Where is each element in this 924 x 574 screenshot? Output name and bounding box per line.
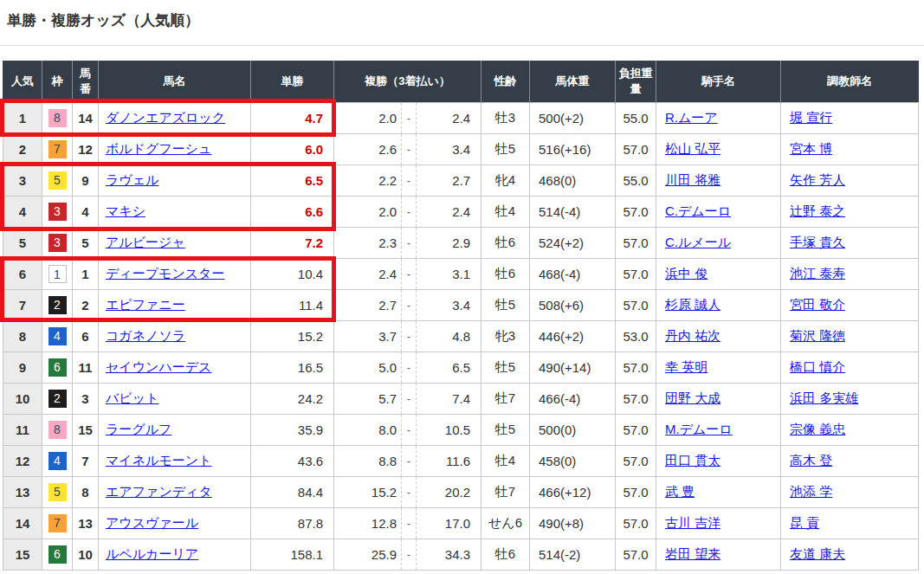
sex-age: 牡6 (481, 539, 530, 571)
place-odds-range: 3.7 - 4.8 (334, 321, 481, 351)
load-weight: 57.0 (616, 415, 656, 446)
horse-name-link[interactable]: エピファニー (106, 297, 185, 312)
popularity-rank: 1 (3, 103, 42, 134)
jockey-link[interactable]: 古川 吉洋 (665, 515, 720, 530)
popularity-rank: 11 (3, 415, 42, 446)
jockey-cell: C.ルメール (656, 228, 781, 259)
jockey-link[interactable]: M.デムーロ (665, 422, 733, 436)
popularity-rank: 2 (3, 134, 42, 165)
table-row: 9 6 11 セイウンハーデス 16.5 5.0 - 6.5 牡5 490(+1… (3, 352, 919, 384)
table-row: 15 6 10 ルペルカーリア 158.1 25.9 - 34.3 牡6 514… (3, 539, 919, 571)
trainer-link[interactable]: 友道 康夫 (790, 546, 845, 561)
place-odds-range: 2.3 - 2.9 (334, 228, 481, 258)
horse-name-link[interactable]: ラヴェル (106, 172, 158, 187)
jockey-link[interactable]: 松山 弘平 (665, 141, 720, 156)
horse-name-link[interactable]: コガネノソラ (106, 328, 185, 343)
place-odds-max: 2.9 (417, 228, 481, 258)
trainer-link[interactable]: 宮本 博 (790, 141, 832, 156)
horse-weight: 466(-4) (530, 384, 616, 415)
horse-name-link[interactable]: ダノンエアズロック (106, 110, 225, 125)
horse-name-link[interactable]: セイウンハーデス (106, 359, 211, 374)
trainer-link[interactable]: 橋口 慎介 (790, 359, 845, 374)
jockey-link[interactable]: 田口 貫太 (665, 453, 720, 468)
trainer-link[interactable]: 昆 貢 (790, 515, 819, 530)
table-row: 4 3 4 マキシ 6.6 2.0 - 2.4 牡4 514(-4) 57.0 … (3, 197, 919, 228)
horse-weight: 458(0) (530, 446, 616, 477)
trainer-link[interactable]: 浜田 多実雄 (790, 390, 858, 405)
trainer-cell: 橋口 慎介 (781, 352, 919, 384)
place-odds-cell: 2.0 - 2.4 (334, 197, 481, 228)
horse-number: 5 (73, 228, 99, 259)
jockey-link[interactable]: 川田 将雅 (665, 172, 720, 187)
horse-name-link[interactable]: エアファンディタ (106, 484, 212, 499)
win-odds-value: 43.6 (251, 446, 334, 477)
trainer-link[interactable]: 矢作 芳人 (790, 172, 845, 187)
trainer-link[interactable]: 宮田 敬介 (790, 297, 845, 312)
place-odds-min: 5.0 (334, 352, 401, 383)
jockey-link[interactable]: R.ムーア (665, 110, 718, 125)
load-weight: 55.0 (616, 165, 656, 197)
place-odds-max: 11.6 (417, 446, 481, 476)
horse-number: 1 (73, 259, 99, 290)
place-odds-min: 2.7 (334, 290, 401, 320)
trainer-link[interactable]: 辻野 泰之 (790, 203, 845, 218)
jockey-link[interactable]: 幸 英明 (665, 359, 708, 374)
jockey-link[interactable]: 武 豊 (665, 484, 695, 499)
frame-cell: 8 (42, 415, 73, 446)
horse-number: 8 (73, 477, 99, 508)
horse-name-link[interactable]: ボルドグフーシュ (106, 141, 211, 156)
jockey-cell: 武 豊 (656, 477, 781, 508)
place-odds-max: 7.4 (417, 384, 481, 414)
place-odds-min: 2.4 (334, 259, 401, 289)
sex-age: 牡5 (481, 290, 530, 321)
divider (0, 45, 924, 46)
jockey-link[interactable]: C.ルメール (665, 235, 731, 249)
trainer-cell: 昆 貢 (781, 508, 919, 539)
horse-name-link[interactable]: ルペルカーリア (106, 546, 198, 561)
table-row: 6 1 1 ディープモンスター 10.4 2.4 - 3.1 牡6 468(-4… (3, 259, 919, 290)
header-horse-number: 馬番 (73, 61, 99, 103)
horse-name-link[interactable]: マイネルモーント (106, 453, 211, 468)
horse-name-link[interactable]: アルビージャ (106, 235, 185, 249)
jockey-link[interactable]: 杉原 誠人 (665, 297, 720, 312)
horse-name-link[interactable]: ディープモンスター (106, 266, 224, 281)
trainer-link[interactable]: 菊沢 隆徳 (790, 328, 845, 343)
header-jockey: 騎手名 (656, 61, 781, 103)
jockey-link[interactable]: C.デムーロ (665, 203, 731, 218)
popularity-rank: 15 (3, 539, 42, 571)
horse-name-link[interactable]: アウスヴァール (106, 515, 198, 530)
trainer-cell: 池江 泰寿 (781, 259, 919, 290)
jockey-link[interactable]: 浜中 俊 (665, 266, 708, 281)
jockey-link[interactable]: 団野 大成 (665, 390, 720, 405)
jockey-cell: 川田 将雅 (656, 165, 781, 197)
trainer-cell: 宮本 博 (781, 134, 919, 165)
horse-name-link[interactable]: ラーグルフ (106, 422, 171, 436)
jockey-link[interactable]: 丹内 祐次 (665, 328, 720, 343)
horse-name-link[interactable]: マキシ (106, 203, 145, 218)
trainer-link[interactable]: 宗像 義忠 (790, 422, 845, 436)
popularity-rank: 5 (3, 228, 42, 259)
place-odds-cell: 2.7 - 3.4 (334, 290, 481, 321)
trainer-link[interactable]: 高木 登 (790, 453, 832, 468)
horse-name-link[interactable]: バビット (106, 390, 158, 405)
trainer-link[interactable]: 手塚 貴久 (790, 235, 845, 249)
header-frame: 枠 (42, 61, 73, 103)
jockey-link[interactable]: 岩田 望来 (665, 546, 720, 561)
place-odds-range: 12.8 - 17.0 (334, 508, 481, 539)
header-popularity: 人気 (3, 61, 42, 103)
place-odds-cell: 8.8 - 11.6 (334, 446, 481, 477)
frame-cell: 3 (42, 228, 73, 259)
odds-table: 人気 枠 馬番 馬名 単勝 複勝（3着払い） 性齢 馬体重 負担重量 騎手名 調… (3, 61, 919, 571)
trainer-cell: 宮田 敬介 (781, 290, 919, 321)
trainer-link[interactable]: 池江 泰寿 (790, 266, 845, 281)
place-odds-cell: 2.0 - 2.4 (334, 103, 481, 134)
trainer-link[interactable]: 堀 宣行 (790, 110, 832, 125)
place-odds-separator: - (401, 415, 417, 445)
load-weight: 57.0 (616, 539, 656, 571)
popularity-rank: 4 (3, 197, 42, 228)
place-odds-cell: 2.4 - 3.1 (334, 259, 481, 290)
popularity-rank: 3 (3, 165, 42, 197)
sex-age: 牡3 (481, 103, 530, 134)
horse-weight: 468(-4) (530, 259, 616, 290)
trainer-link[interactable]: 池添 学 (790, 484, 832, 499)
